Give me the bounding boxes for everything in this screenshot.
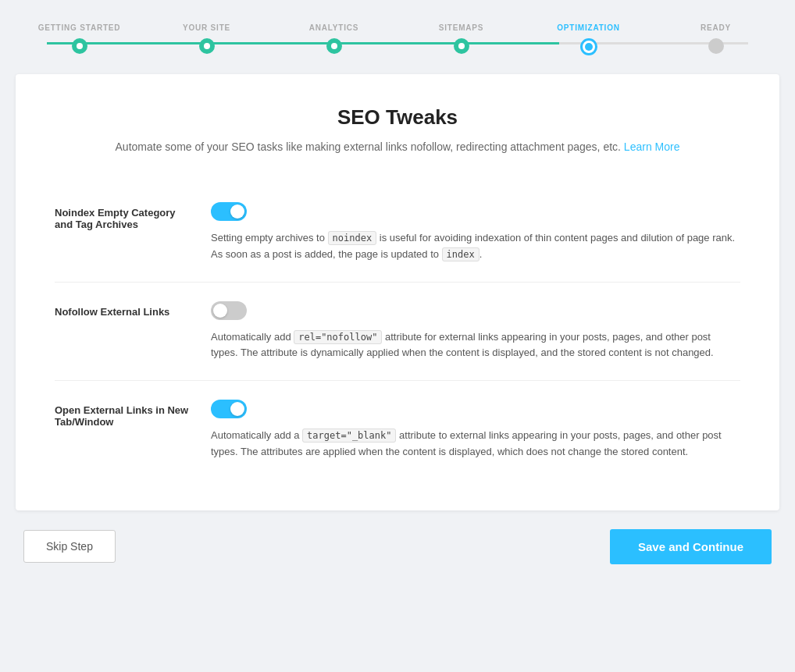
step-circle-your-site — [199, 38, 215, 54]
step-circle-ready — [708, 38, 724, 54]
step-label-getting-started: GETTING STARTED — [38, 23, 121, 32]
setting-nofollow: Nofollow External Links Automatically ad… — [55, 283, 740, 382]
code-target-blank: target="_blank" — [302, 428, 396, 443]
step-label-optimization: OPTIMIZATION — [557, 23, 620, 32]
step-your-site[interactable]: YOUR SITE — [143, 23, 270, 54]
setting-desc-nofollow: Automatically add rel="nofollow" attribu… — [211, 329, 740, 362]
toggle-open-external[interactable] — [211, 400, 247, 418]
toggle-noindex[interactable] — [211, 202, 247, 221]
step-label-your-site: YOUR SITE — [183, 23, 230, 32]
toggle-knob-noindex — [230, 204, 244, 219]
setting-right-nofollow: Automatically add rel="nofollow" attribu… — [211, 301, 740, 362]
setting-label-open-external: Open External Links in NewTab/Window — [55, 400, 211, 428]
setting-label-nofollow: Nofollow External Links — [55, 301, 211, 318]
progress-bar: GETTING STARTED YOUR SITE ANALYTICS SITE… — [16, 23, 779, 55]
step-ready[interactable]: READY — [652, 23, 779, 54]
step-getting-started[interactable]: GETTING STARTED — [16, 23, 143, 54]
save-button[interactable]: Save and Continue — [610, 529, 772, 564]
learn-more-link[interactable]: Learn More — [624, 140, 680, 153]
step-label-sitemaps: SITEMAPS — [439, 23, 484, 32]
step-optimization[interactable]: OPTIMIZATION — [525, 23, 652, 55]
step-label-analytics: ANALYTICS — [309, 23, 359, 32]
code-index: index — [442, 247, 479, 261]
code-rel-nofollow: rel="nofollow" — [294, 330, 382, 344]
toggle-nofollow[interactable] — [211, 301, 247, 320]
toggle-knob-nofollow — [213, 304, 227, 318]
step-circle-getting-started — [72, 38, 87, 54]
skip-button[interactable]: Skip Step — [23, 530, 116, 563]
setting-label-noindex: Noindex Empty Categoryand Tag Archives — [55, 202, 211, 230]
page-subtitle: Automate some of your SEO tasks like mak… — [55, 139, 740, 155]
main-card: SEO Tweaks Automate some of your SEO tas… — [16, 74, 779, 510]
bottom-bar: Skip Step Save and Continue — [16, 529, 779, 564]
setting-open-external: Open External Links in NewTab/Window Aut… — [55, 381, 740, 479]
setting-desc-noindex: Setting empty archives to noindex is use… — [211, 230, 740, 263]
step-sitemaps[interactable]: SITEMAPS — [398, 23, 525, 54]
setting-right-open-external: Automatically add a target="_blank" attr… — [211, 400, 740, 460]
step-circle-analytics — [326, 38, 342, 54]
step-analytics[interactable]: ANALYTICS — [270, 23, 398, 54]
step-label-ready: READY — [701, 23, 731, 32]
step-circle-sitemaps — [454, 38, 469, 54]
setting-noindex: Noindex Empty Categoryand Tag Archives S… — [55, 183, 740, 283]
setting-right-noindex: Setting empty archives to noindex is use… — [211, 202, 740, 263]
page-title: SEO Tweaks — [55, 105, 740, 130]
step-circle-optimization — [580, 38, 597, 55]
setting-desc-open-external: Automatically add a target="_blank" attr… — [211, 428, 740, 460]
code-noindex: noindex — [328, 231, 377, 245]
